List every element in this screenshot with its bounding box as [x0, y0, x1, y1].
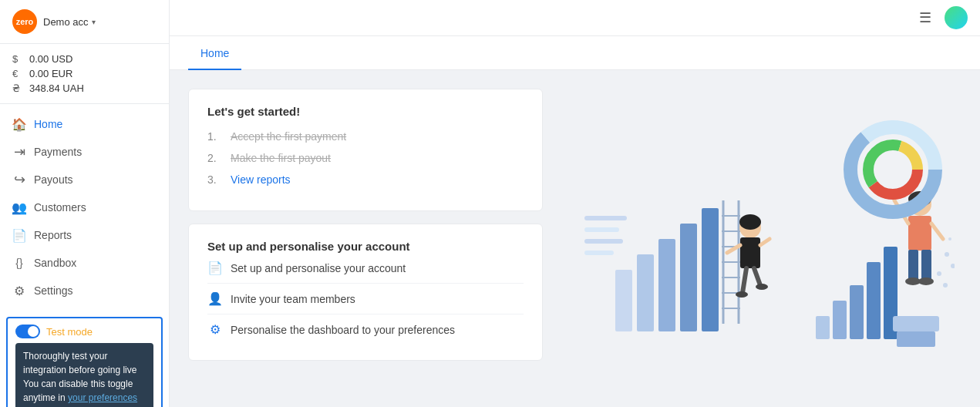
main-content: ☰ Home Let's get started! 1. Accept the … [170, 0, 980, 407]
setup-icon-1: 📄 [207, 261, 223, 275]
illustration-area [561, 89, 961, 388]
tab-bar: Home [170, 36, 980, 70]
home-icon: 🏠 [12, 117, 26, 131]
setup-item-2-text: Invite your team members [231, 293, 355, 305]
sidebar-item-settings[interactable]: ⚙ Settings [0, 277, 169, 304]
sidebar-header: zero Demo acc ▾ [0, 0, 169, 44]
setup-icon-2: 👤 [207, 291, 223, 306]
getting-started-card: Let's get started! 1. Accept the first p… [188, 89, 543, 211]
settings-icon: ⚙ [12, 284, 26, 298]
balances-section: $ 0.00 USD € 0.00 EUR ₴ 348.84 UAH [0, 44, 169, 104]
test-mode-row: Test mode [15, 325, 153, 338]
eur-symbol: € [12, 68, 23, 79]
notifications-icon[interactable]: ☰ [914, 6, 937, 29]
svg-rect-4 [702, 208, 719, 331]
view-reports-link[interactable]: View reports [231, 173, 291, 186]
checklist-item-3: 3. View reports [207, 173, 524, 186]
setup-item-1[interactable]: 📄 Set up and personalise your account [207, 253, 524, 284]
sidebar-item-payouts[interactable]: ↪ Payouts [0, 166, 169, 193]
svg-rect-30 [867, 262, 881, 339]
svg-rect-29 [850, 285, 864, 339]
svg-point-49 [951, 264, 955, 268]
svg-rect-8 [584, 251, 614, 255]
toggle-knob [28, 326, 39, 337]
usd-amount: 0.00 USD [29, 53, 72, 65]
svg-rect-3 [680, 224, 697, 331]
account-name-label: Demo acc [43, 16, 89, 28]
uah-symbol: ₴ [12, 82, 23, 94]
setup-item-3[interactable]: ⚙ Personalise the dashboard to your pref… [207, 314, 524, 345]
balance-uah: ₴ 348.84 UAH [12, 82, 157, 94]
svg-rect-32 [893, 316, 939, 331]
preferences-link[interactable]: your preferences [68, 392, 137, 403]
account-name-button[interactable]: Demo acc ▾ [43, 16, 96, 28]
svg-line-22 [760, 239, 770, 245]
svg-rect-40 [921, 250, 931, 281]
setup-title: Set up and personalise your account [207, 240, 524, 253]
nav-section: 🏠 Home ⇥ Payments ↪ Payouts 👥 Customers … [0, 104, 169, 311]
sidebar-item-sandbox[interactable]: {} Sandbox [0, 249, 169, 277]
home-label: Home [34, 118, 62, 130]
settings-label: Settings [34, 284, 73, 297]
svg-line-24 [754, 268, 760, 285]
content-body: Let's get started! 1. Accept the first p… [188, 70, 961, 407]
reports-label: Reports [34, 229, 72, 241]
svg-point-48 [945, 252, 949, 257]
svg-rect-39 [908, 250, 918, 281]
tab-home[interactable]: Home [188, 36, 241, 70]
chevron-down-icon: ▾ [92, 18, 96, 26]
test-mode-label: Test mode [46, 326, 93, 338]
setup-item-2[interactable]: 👤 Invite your team members [207, 284, 524, 314]
svg-rect-0 [615, 270, 632, 331]
user-avatar[interactable] [945, 6, 968, 29]
setup-card: Set up and personalise your account 📄 Se… [188, 224, 543, 361]
svg-rect-33 [897, 331, 935, 347]
sidebar-item-reports[interactable]: 📄 Reports [0, 221, 169, 249]
tooltip-line2: You can disable this toggle anytime in y… [23, 377, 146, 405]
topbar: ☰ [170, 0, 980, 36]
sidebar-item-payments[interactable]: ⇥ Payments [0, 138, 169, 166]
setup-item-1-text: Set up and personalise your account [231, 262, 406, 274]
item-3-number: 3. [207, 173, 223, 186]
setup-item-3-text: Personalise the dashboard to your prefer… [231, 324, 455, 336]
svg-point-50 [937, 271, 941, 276]
checklist-item-2: 2. Make the first payout [207, 152, 524, 164]
test-mode-toggle[interactable] [15, 325, 40, 338]
eur-amount: 0.00 EUR [29, 68, 72, 79]
item-1-number: 1. [207, 130, 223, 143]
payments-label: Payments [34, 146, 82, 158]
svg-rect-5 [584, 216, 627, 220]
sidebar: zero Demo acc ▾ $ 0.00 USD € 0.00 EUR ₴ … [0, 0, 170, 407]
customers-icon: 👥 [12, 200, 26, 214]
svg-point-19 [739, 214, 761, 230]
sidebar-item-home[interactable]: 🏠 Home [0, 110, 169, 138]
dashboard-illustration [569, 100, 955, 378]
logo-badge: zero [12, 9, 37, 34]
item-2-text: Make the first payout [231, 152, 331, 164]
svg-rect-6 [584, 227, 619, 232]
test-mode-tooltip: Thoroughly test your integration before … [15, 343, 153, 407]
svg-point-26 [756, 284, 768, 290]
item-2-number: 2. [207, 152, 223, 164]
getting-started-title: Let's get started! [207, 105, 524, 118]
svg-point-42 [918, 278, 934, 285]
sandbox-icon: {} [12, 256, 26, 270]
cards-column: Let's get started! 1. Accept the first p… [188, 89, 543, 388]
customers-label: Customers [34, 201, 86, 214]
sidebar-item-customers[interactable]: 👥 Customers [0, 193, 169, 221]
payouts-label: Payouts [34, 173, 73, 186]
reports-icon: 📄 [12, 228, 26, 242]
svg-point-51 [943, 283, 948, 288]
svg-line-23 [743, 268, 746, 293]
svg-rect-1 [637, 254, 654, 331]
svg-rect-7 [584, 239, 623, 244]
payouts-icon: ↪ [12, 173, 26, 187]
svg-point-25 [736, 291, 748, 298]
setup-icon-3: ⚙ [207, 322, 223, 337]
svg-point-52 [948, 237, 951, 240]
usd-symbol: $ [12, 53, 23, 65]
test-mode-section: Test mode Thoroughly test your integrati… [6, 317, 163, 407]
item-1-text: Accept the first payment [231, 130, 346, 143]
svg-rect-28 [833, 301, 847, 339]
svg-line-38 [931, 224, 943, 239]
